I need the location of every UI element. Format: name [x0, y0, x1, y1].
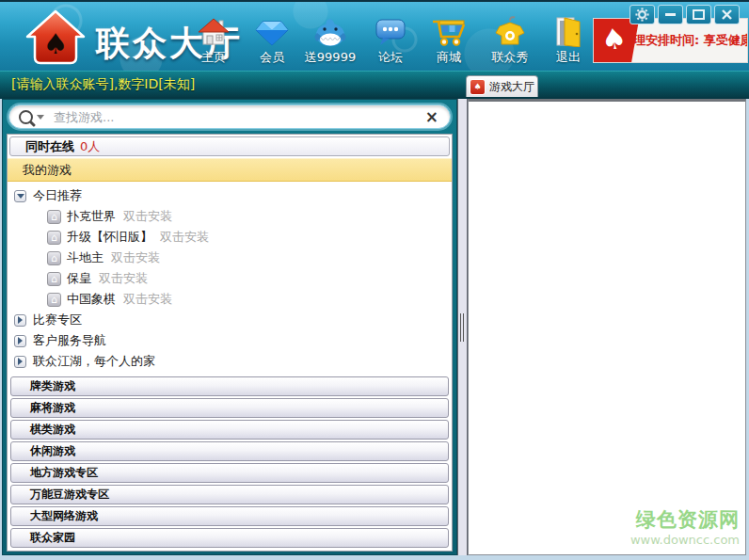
- toolbar-show-label: 联众秀: [476, 49, 544, 66]
- maximize-icon: [693, 9, 705, 20]
- toolbar-mall-label: 商城: [421, 49, 477, 66]
- tree-section-contest[interactable]: 比赛专区: [8, 310, 452, 330]
- category-casual-games[interactable]: 休闲游戏: [10, 441, 449, 461]
- online-count-label: 同时在线: [25, 138, 74, 155]
- exit-door-icon: [540, 13, 597, 47]
- diamond-icon: [244, 13, 300, 47]
- watermark-title: 绿色资源网: [630, 506, 740, 533]
- banner-text: 理安排时间: 享受健康生活: [633, 19, 748, 62]
- search-dropdown-icon[interactable]: [37, 115, 44, 120]
- category-bean-games[interactable]: 万能豆游戏专区: [10, 485, 449, 504]
- game-house-icon: ⌂: [47, 210, 61, 224]
- minimize-icon: [665, 13, 676, 16]
- maximize-button[interactable]: [686, 5, 711, 24]
- collapse-icon[interactable]: [14, 190, 26, 202]
- game-house-icon: ⌂: [47, 231, 61, 245]
- toolbar-gift-button[interactable]: 送99999: [295, 13, 366, 66]
- category-online-games[interactable]: 大型网络游戏: [10, 506, 449, 526]
- shark-icon: [295, 13, 366, 47]
- game-tree: 今日推荐 ⌂ 扑克世界 双击安装 ⌂ 升级【怀旧版】 双击安装 ⌂ 斗地主 双击…: [8, 182, 452, 372]
- game-house-icon: ⌂: [47, 251, 61, 265]
- category-label: 休闲游戏: [30, 443, 75, 459]
- tree-item-game[interactable]: ⌂ 扑克世界 双击安装: [8, 206, 452, 227]
- chat-bubble-icon: [362, 13, 419, 47]
- account-strip: [请输入联众账号],数字ID[未知] ♠ 游戏大厅: [0, 71, 749, 97]
- tree-section-label: 今日推荐: [33, 187, 82, 204]
- search-box[interactable]: ×: [8, 104, 451, 129]
- close-icon: [721, 8, 733, 21]
- category-label: 地方游戏专区: [30, 465, 98, 481]
- category-regional-games[interactable]: 地方游戏专区: [10, 463, 449, 483]
- health-notice-banner[interactable]: ♠ 理安排时间: 享受健康生活: [593, 18, 748, 63]
- tree-section-service[interactable]: 客户服务导航: [8, 330, 452, 351]
- install-hint: 双击安装: [123, 208, 172, 225]
- toolbar-mall-button[interactable]: 商城: [421, 13, 477, 66]
- search-input[interactable]: [52, 109, 423, 125]
- lobby-content-panel: 绿色资源网 www.downcc.com: [468, 99, 746, 555]
- game-list-panel: × 同时在线 0人 我的游戏 今日推荐 ⌂ 扑克世界 双击安装: [2, 99, 457, 555]
- tshirt-icon: [476, 13, 544, 47]
- search-icon: [19, 110, 33, 124]
- close-button[interactable]: [714, 5, 740, 24]
- category-chess-games[interactable]: 棋类游戏: [10, 420, 449, 440]
- online-count-row[interactable]: 同时在线 0人: [9, 136, 450, 156]
- toolbar-show-button[interactable]: 联众秀: [476, 13, 544, 66]
- tree-section-recommend[interactable]: 今日推荐: [8, 185, 452, 206]
- install-hint: 双击安装: [99, 270, 148, 287]
- toolbar-gift-label: 送99999: [295, 49, 366, 66]
- tab-house-icon: ♠: [470, 79, 486, 95]
- app-logo-icon: ♠: [24, 8, 87, 67]
- watermark-url: www.downcc.com: [630, 533, 740, 547]
- tree-section-jianghu[interactable]: 联众江湖，每个人的家: [8, 351, 452, 372]
- toolbar-home-button[interactable]: 主页: [185, 13, 242, 66]
- category-accordion: 牌类游戏 麻将游戏 棋类游戏 休闲游戏 地方游戏专区 万能豆游戏专区 大型网络游…: [8, 375, 451, 550]
- category-mahjong-games[interactable]: 麻将游戏: [10, 398, 449, 418]
- app-window: ♠ 联众大厅 主页: [0, 0, 749, 560]
- game-tree-container: 同时在线 0人 我的游戏 今日推荐 ⌂ 扑克世界 双击安装 ⌂ 升级【怀: [7, 134, 453, 552]
- tree-section-label: 客户服务导航: [33, 332, 106, 349]
- panel-splitter[interactable]: [457, 99, 468, 555]
- toolbar-forum-label: 论坛: [362, 49, 419, 66]
- install-hint: 双击安装: [111, 249, 160, 266]
- game-house-icon: ⌂: [47, 272, 61, 286]
- toolbar-vip-label: 会员: [244, 49, 300, 66]
- game-name: 中国象棋: [67, 291, 116, 308]
- tree-item-game[interactable]: ⌂ 中国象棋 双击安装: [8, 289, 452, 310]
- toolbar-exit-button[interactable]: 退出: [540, 13, 597, 66]
- category-home[interactable]: 联众家园: [10, 528, 449, 548]
- account-status-text: [请输入联众账号],数字ID[未知]: [11, 72, 195, 98]
- expand-icon[interactable]: [14, 314, 26, 327]
- tree-item-game[interactable]: ⌂ 斗地主 双击安装: [8, 248, 452, 268]
- shopping-cart-icon: [421, 13, 477, 47]
- game-name: 扑克世界: [67, 208, 116, 225]
- install-hint: 双击安装: [123, 291, 172, 308]
- minimize-button[interactable]: [658, 5, 683, 24]
- tree-item-game[interactable]: ⌂ 保皇 双击安装: [8, 268, 452, 289]
- settings-button[interactable]: [629, 5, 655, 24]
- game-house-icon: ⌂: [47, 293, 61, 307]
- my-games-label: 我的游戏: [23, 162, 72, 179]
- title-bar: ♠ 联众大厅 主页: [0, 0, 749, 71]
- my-games-row[interactable]: 我的游戏: [8, 158, 452, 182]
- category-card-games[interactable]: 牌类游戏: [10, 376, 449, 396]
- online-count-value: 0人: [80, 138, 100, 155]
- banner-spade-icon: ♠: [599, 21, 629, 56]
- toolbar-forum-button[interactable]: 论坛: [362, 13, 419, 66]
- watermark: 绿色资源网 www.downcc.com: [630, 506, 740, 547]
- logo-spade-glyph: ♠: [43, 27, 69, 60]
- expand-icon[interactable]: [14, 335, 26, 347]
- category-label: 联众家园: [30, 530, 75, 546]
- splitter-grip-icon[interactable]: [460, 313, 465, 342]
- expand-icon[interactable]: [14, 356, 26, 368]
- game-name: 升级【怀旧版】: [67, 229, 152, 246]
- search-clear-icon[interactable]: ×: [423, 109, 440, 125]
- tree-item-game[interactable]: ⌂ 升级【怀旧版】 双击安装: [8, 227, 452, 248]
- category-label: 大型网络游戏: [30, 508, 98, 524]
- tab-game-lobby[interactable]: ♠ 游戏大厅: [466, 75, 538, 98]
- category-label: 万能豆游戏专区: [30, 487, 109, 503]
- window-controls: [629, 5, 740, 24]
- tree-section-label: 比赛专区: [33, 312, 82, 328]
- toolbar-vip-button[interactable]: 会员: [244, 13, 300, 66]
- category-label: 牌类游戏: [30, 378, 75, 394]
- category-label: 棋类游戏: [30, 422, 75, 438]
